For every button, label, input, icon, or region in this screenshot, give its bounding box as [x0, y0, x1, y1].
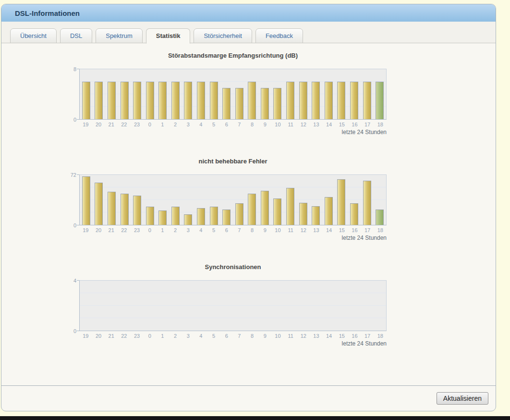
x-axis-tick-label: 20 [92, 333, 105, 339]
chart-title: Störabstandsmarge Empfangsrichtung (dB) [79, 52, 387, 59]
bar [197, 208, 205, 225]
bar-slot [361, 175, 374, 225]
x-axis-tick-label: 6 [220, 122, 233, 127]
bar-slot [271, 69, 284, 119]
footer-bar: Aktualisieren [1, 385, 496, 411]
statistik-tab-content: Störabstandsmarge Empfangsrichtung (dB) … [1, 43, 496, 385]
bar-slot [335, 175, 348, 225]
x-axis-tick-label: 1 [156, 122, 169, 127]
bar-slot [284, 175, 297, 225]
bar-slot [322, 281, 335, 331]
bar-slot [118, 69, 131, 119]
x-axis-tick-label: 12 [297, 333, 310, 339]
bar [133, 82, 141, 119]
x-axis-tick-label: 1 [156, 227, 169, 233]
tab-stoersicherheit[interactable]: Störsicherheit [194, 28, 252, 43]
bar-series [80, 175, 386, 225]
x-axis-tick-label: 2 [169, 227, 182, 233]
x-axis-tick-label: 13 [310, 333, 323, 339]
bar [82, 176, 90, 225]
bar-slot [207, 175, 220, 225]
x-axis-tick-label: 15 [335, 122, 348, 127]
bar-slot [297, 281, 310, 331]
bar [273, 198, 281, 225]
x-axis-labels: 19202122230123456789101112131415161718 [79, 333, 387, 339]
dsl-information-window: DSL-Informationen Übersicht DSL Spektrum… [1, 4, 496, 411]
bar-slot [80, 281, 93, 331]
x-axis-note: letzte 24 Stunden [79, 129, 387, 136]
chart-uncorrectable-errors: nicht behebbare Fehler 72 0 192021222301… [67, 158, 387, 241]
x-axis-tick-label: 19 [79, 227, 92, 233]
bar [121, 194, 129, 225]
refresh-button[interactable]: Aktualisieren [437, 392, 488, 405]
bar-slot [309, 281, 322, 331]
bar-slot [284, 281, 297, 331]
x-axis-tick-label: 23 [131, 122, 144, 127]
tab-statistik[interactable]: Statistik [146, 28, 191, 44]
window-header: DSL-Informationen [1, 4, 496, 22]
bar-slot [93, 281, 106, 331]
bar-slot [118, 281, 131, 331]
bar-slot [144, 175, 157, 225]
x-axis-tick-label: 23 [131, 227, 144, 233]
y-axis-tick [77, 331, 79, 331]
x-axis-tick-label: 2 [169, 122, 182, 127]
bar-slot [156, 69, 169, 119]
x-axis-tick-label: 7 [233, 333, 246, 339]
x-axis-labels: 19202122230123456789101112131415161718 [79, 227, 387, 233]
bar-slot [258, 281, 271, 331]
bar-slot [361, 281, 374, 331]
x-axis-tick-label: 6 [220, 333, 233, 339]
x-axis-tick-label: 19 [79, 122, 92, 127]
bar [248, 194, 256, 225]
x-axis-tick-label: 16 [348, 122, 361, 127]
bar-slot [182, 175, 195, 225]
tab-uebersicht[interactable]: Übersicht [10, 28, 57, 43]
bar [261, 88, 269, 119]
bar [95, 183, 103, 225]
x-axis-tick-label: 8 [246, 333, 259, 339]
x-axis-tick-label: 18 [374, 122, 387, 127]
bar-slot [297, 69, 310, 119]
bar [210, 207, 218, 225]
tab-spektrum[interactable]: Spektrum [96, 28, 143, 43]
x-axis-tick-label: 10 [271, 333, 284, 339]
bar-slot [105, 69, 118, 119]
chart-title: Synchronisationen [79, 263, 387, 271]
x-axis-tick-label: 7 [233, 122, 246, 127]
x-axis-tick-label: 4 [194, 227, 207, 233]
tab-dsl[interactable]: DSL [60, 28, 92, 43]
bar [133, 196, 141, 225]
x-axis-tick-label: 8 [246, 122, 259, 127]
bar [108, 192, 116, 225]
x-axis-tick-label: 0 [143, 122, 156, 127]
x-axis-tick-label: 4 [194, 122, 207, 127]
bar [376, 82, 384, 119]
bar-slot [284, 69, 297, 119]
bar [350, 82, 358, 119]
bar-slot [373, 175, 386, 225]
plot-area [79, 280, 387, 331]
y-axis-max-label: 4 [73, 278, 76, 284]
x-axis-tick-label: 14 [323, 333, 336, 339]
bar [184, 214, 192, 225]
x-axis-tick-label: 16 [348, 227, 361, 233]
bar-slot [309, 69, 322, 119]
x-axis-tick-label: 17 [361, 122, 374, 127]
x-axis-tick-label: 9 [258, 122, 271, 127]
bar-slot [182, 281, 195, 331]
bar-slot [182, 69, 195, 119]
bottom-dark-bar [0, 416, 510, 420]
bar-slot [93, 175, 106, 225]
bar-slot [131, 281, 144, 331]
bar [235, 88, 243, 119]
bar [158, 82, 167, 119]
x-axis-tick-label: 22 [118, 122, 131, 127]
bar [158, 210, 167, 225]
bar-slot [361, 69, 374, 119]
x-axis-tick-label: 15 [335, 227, 348, 233]
x-axis-labels: 19202122230123456789101112131415161718 [79, 122, 387, 127]
x-axis-tick-label: 3 [182, 122, 194, 127]
y-axis-max-label: 72 [71, 172, 76, 178]
tab-feedback[interactable]: Feedback [255, 28, 303, 43]
